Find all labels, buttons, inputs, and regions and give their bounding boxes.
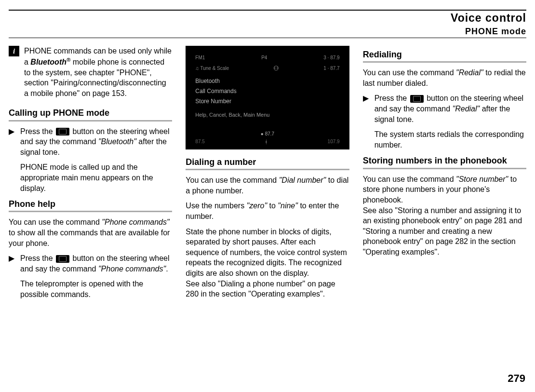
step-row: ▶ Press the button on the steering wheel…	[363, 93, 526, 124]
t: State the phone number in blocks of digi…	[186, 228, 347, 277]
step-marker-icon: ▶	[9, 253, 15, 274]
registered-mark: ®	[67, 57, 70, 63]
preset-label: P4	[261, 54, 267, 61]
t: Use the numbers	[186, 202, 246, 210]
t: You can use the command	[9, 218, 102, 226]
freq-min: 87.5	[195, 138, 204, 146]
info-icon: i	[9, 46, 19, 56]
t: You can use the command	[363, 68, 456, 77]
voice-button-icon	[410, 95, 424, 103]
t: Press the	[20, 127, 55, 135]
t: to show all the commands that are availa…	[9, 229, 170, 247]
display-screenshot: FM1 P4 3 · 87.9 ♫ Tune & Scale ⚇ 1 · 87.…	[186, 46, 349, 149]
screenshot-line2: ♫ Tune & Scale ⚇ 1 · 87.7	[195, 64, 339, 73]
t-left: ♫ Tune & Scale	[195, 65, 229, 72]
column-3: Redialing You can use the command "Redia…	[363, 46, 526, 305]
screenshot-bottom-row: 87.5 ᚼ 107.9	[195, 138, 339, 146]
voice-figure-icon: ⚇	[273, 64, 279, 73]
command-nine: "nine"	[278, 202, 298, 210]
command-store-number: "Store number"	[456, 175, 508, 183]
page-header: Voice control PHONE mode	[9, 10, 526, 38]
bluetooth-word: Bluetooth	[30, 58, 67, 66]
bluetooth-icon: ᚼ	[265, 138, 268, 146]
t: You can use the command	[363, 175, 456, 183]
t: See also "Dialing a phone number" on pag…	[186, 280, 335, 298]
section-title-dialing: Dialing a number	[186, 156, 349, 170]
paragraph: State the phone number in blocks of digi…	[186, 227, 349, 299]
command-phone-commands: "Phone commands"	[98, 265, 166, 273]
section-title-storing: Storing numbers in the phonebook	[363, 155, 526, 169]
command-zero: "zero"	[247, 202, 267, 210]
step-marker-icon: ▶	[363, 93, 370, 124]
column-1: i PHONE commands can be used only while …	[9, 46, 172, 305]
menu-item-call-commands: Call Commands	[195, 87, 339, 95]
command-redial: "Redial"	[456, 68, 483, 77]
column-2: FM1 P4 3 · 87.9 ♫ Tune & Scale ⚇ 1 · 87.…	[186, 46, 349, 305]
t: to	[267, 202, 278, 210]
section-title-redialing: Redialing	[363, 49, 526, 63]
step-result: The system starts redials the correspond…	[374, 129, 526, 150]
step-text: Press the button on the steering wheel a…	[20, 126, 172, 158]
menu-item-store-number: Store Number	[195, 97, 339, 105]
paragraph: You can use the command "Store number" t…	[363, 174, 526, 257]
step-row: ▶ Press the button on the steering wheel…	[9, 126, 172, 158]
command-dial-number: "Dial number"	[279, 176, 326, 184]
freq-max: 107.9	[328, 138, 340, 146]
paragraph: Use the numbers "zero" to "nine" to ente…	[186, 201, 349, 221]
info-text: PHONE commands can be used only while a …	[24, 46, 172, 98]
step-text: Press the button on the steering wheel a…	[20, 253, 172, 274]
step-row: ▶ Press the button on the steering wheel…	[9, 253, 172, 274]
command-phone-commands: "Phone commands"	[102, 218, 169, 226]
voice-button-icon	[56, 255, 69, 263]
step-marker-icon: ▶	[9, 126, 15, 158]
t: Press the	[374, 94, 409, 102]
mode-label: FM1	[195, 54, 205, 61]
freq-label: 3 · 87.9	[323, 54, 339, 61]
section-title-calling-phone-mode: Calling up PHONE mode	[9, 107, 172, 121]
help-line: Help, Cancel, Back, Main Menu	[195, 111, 339, 119]
screenshot-top-row: FM1 P4 3 · 87.9	[195, 54, 339, 61]
paragraph: You can use the command "Phone commands"…	[9, 217, 172, 248]
current-freq: ● 87.7	[261, 131, 274, 137]
command-redial: "Redial"	[453, 105, 480, 113]
paragraph: You can use the command "Redial" to redi…	[363, 68, 526, 88]
step-result: The teleprompter is opened with the poss…	[20, 279, 172, 299]
tune-label: Tune & Scale	[200, 66, 229, 71]
step-result: PHONE mode is called up and the appropri…	[20, 162, 172, 193]
t: See also "Storing a number and assigning…	[363, 206, 522, 256]
paragraph: You can use the command "Dial number" to…	[186, 175, 349, 196]
menu-item-bluetooth: Bluetooth	[195, 77, 339, 85]
content-columns: i PHONE commands can be used only while …	[9, 46, 526, 305]
voice-button-icon	[56, 128, 69, 135]
info-note: i PHONE commands can be used only while …	[9, 46, 172, 98]
step-text: Press the button on the steering wheel a…	[374, 93, 526, 124]
running-head: Voice control	[9, 12, 526, 25]
section-title-phone-help: Phone help	[9, 198, 172, 212]
freq2-label: 1 · 87.7	[323, 65, 339, 72]
page-number: 279	[508, 372, 525, 385]
t: Press the	[20, 254, 55, 262]
t: You can use the command	[186, 176, 279, 184]
section-head: PHONE mode	[9, 27, 526, 37]
t: .	[166, 265, 168, 273]
command-bluetooth: "Bluetooth"	[98, 137, 136, 146]
